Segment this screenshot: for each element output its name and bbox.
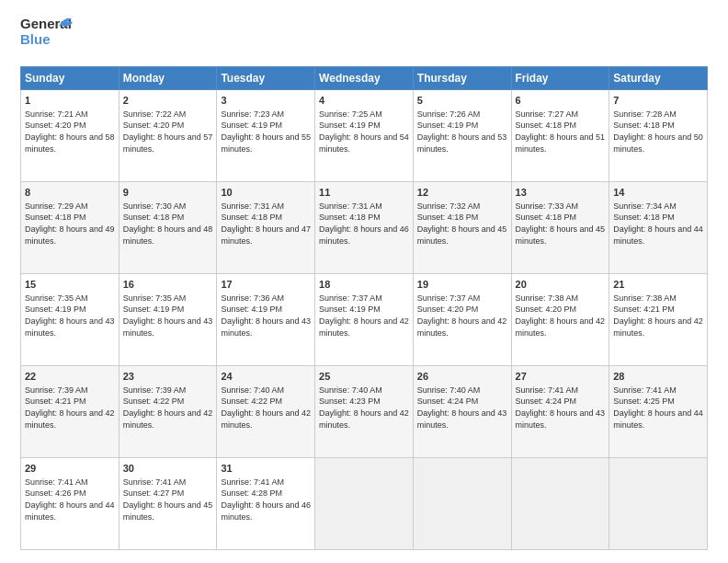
day-number: 11 (319, 186, 409, 200)
day-info: Sunrise: 7:36 AMSunset: 4:19 PMDaylight:… (221, 293, 311, 339)
calendar-cell (511, 458, 609, 550)
calendar-cell (315, 458, 414, 550)
day-info: Sunrise: 7:25 AMSunset: 4:19 PMDaylight:… (319, 109, 409, 155)
day-number: 1 (25, 94, 115, 108)
day-number: 21 (613, 278, 703, 292)
day-number: 3 (221, 94, 311, 108)
day-info: Sunrise: 7:22 AMSunset: 4:20 PMDaylight:… (123, 109, 213, 155)
calendar-cell: 13Sunrise: 7:33 AMSunset: 4:18 PMDayligh… (511, 182, 609, 274)
calendar-cell: 19Sunrise: 7:37 AMSunset: 4:20 PMDayligh… (413, 274, 511, 366)
day-number: 8 (25, 186, 115, 200)
calendar-cell: 18Sunrise: 7:37 AMSunset: 4:19 PMDayligh… (315, 274, 414, 366)
day-info: Sunrise: 7:40 AMSunset: 4:23 PMDaylight:… (319, 385, 409, 431)
day-info: Sunrise: 7:27 AMSunset: 4:18 PMDaylight:… (516, 109, 606, 155)
calendar-cell: 26Sunrise: 7:40 AMSunset: 4:24 PMDayligh… (413, 366, 511, 458)
calendar-cell: 12Sunrise: 7:32 AMSunset: 4:18 PMDayligh… (413, 182, 511, 274)
calendar-cell: 20Sunrise: 7:38 AMSunset: 4:20 PMDayligh… (511, 274, 609, 366)
weekday-header-saturday: Saturday (609, 67, 708, 90)
day-number: 5 (417, 94, 507, 108)
page: General Blue SundayMondayTuesdayWednesda… (0, 0, 728, 563)
calendar-cell (413, 458, 511, 550)
day-number: 28 (613, 370, 703, 384)
calendar-cell (609, 458, 708, 550)
calendar-cell: 25Sunrise: 7:40 AMSunset: 4:23 PMDayligh… (315, 366, 414, 458)
day-number: 4 (319, 94, 409, 108)
day-info: Sunrise: 7:41 AMSunset: 4:26 PMDaylight:… (25, 477, 115, 523)
day-number: 16 (123, 278, 213, 292)
calendar-cell: 4Sunrise: 7:25 AMSunset: 4:19 PMDaylight… (315, 90, 414, 182)
calendar-cell: 11Sunrise: 7:31 AMSunset: 4:18 PMDayligh… (315, 182, 414, 274)
day-info: Sunrise: 7:38 AMSunset: 4:21 PMDaylight:… (613, 293, 703, 339)
day-number: 20 (516, 278, 606, 292)
calendar-cell: 28Sunrise: 7:41 AMSunset: 4:25 PMDayligh… (609, 366, 708, 458)
day-info: Sunrise: 7:35 AMSunset: 4:19 PMDaylight:… (25, 293, 115, 339)
day-number: 18 (319, 278, 409, 292)
weekday-header-thursday: Thursday (413, 67, 511, 90)
day-info: Sunrise: 7:39 AMSunset: 4:22 PMDaylight:… (123, 385, 213, 431)
calendar-cell: 5Sunrise: 7:26 AMSunset: 4:19 PMDaylight… (413, 90, 511, 182)
day-number: 19 (417, 278, 507, 292)
calendar-cell: 22Sunrise: 7:39 AMSunset: 4:21 PMDayligh… (21, 366, 119, 458)
calendar-cell: 27Sunrise: 7:41 AMSunset: 4:24 PMDayligh… (511, 366, 609, 458)
day-number: 2 (123, 94, 213, 108)
day-number: 29 (25, 462, 115, 476)
day-number: 7 (613, 94, 703, 108)
day-info: Sunrise: 7:26 AMSunset: 4:19 PMDaylight:… (417, 109, 507, 155)
calendar-cell: 1Sunrise: 7:21 AMSunset: 4:20 PMDaylight… (21, 90, 119, 182)
day-number: 27 (516, 370, 606, 384)
day-number: 9 (123, 186, 213, 200)
calendar-cell: 17Sunrise: 7:36 AMSunset: 4:19 PMDayligh… (217, 274, 315, 366)
day-info: Sunrise: 7:28 AMSunset: 4:18 PMDaylight:… (613, 109, 703, 155)
day-number: 30 (123, 462, 213, 476)
day-info: Sunrise: 7:33 AMSunset: 4:18 PMDaylight:… (516, 201, 606, 247)
day-info: Sunrise: 7:32 AMSunset: 4:18 PMDaylight:… (417, 201, 507, 247)
calendar-cell: 31Sunrise: 7:41 AMSunset: 4:28 PMDayligh… (217, 458, 315, 550)
day-info: Sunrise: 7:39 AMSunset: 4:21 PMDaylight:… (25, 385, 115, 431)
calendar-table: SundayMondayTuesdayWednesdayThursdayFrid… (20, 66, 708, 550)
day-number: 25 (319, 370, 409, 384)
day-info: Sunrise: 7:35 AMSunset: 4:19 PMDaylight:… (123, 293, 213, 339)
day-number: 31 (221, 462, 311, 476)
calendar-cell: 30Sunrise: 7:41 AMSunset: 4:27 PMDayligh… (119, 458, 217, 550)
day-number: 26 (417, 370, 507, 384)
day-number: 14 (613, 186, 703, 200)
header: General Blue (20, 17, 708, 59)
day-number: 15 (25, 278, 115, 292)
calendar-cell: 14Sunrise: 7:34 AMSunset: 4:18 PMDayligh… (609, 182, 708, 274)
day-number: 17 (221, 278, 311, 292)
day-number: 23 (123, 370, 213, 384)
day-info: Sunrise: 7:29 AMSunset: 4:18 PMDaylight:… (25, 201, 115, 247)
day-info: Sunrise: 7:41 AMSunset: 4:24 PMDaylight:… (516, 385, 606, 431)
day-number: 13 (516, 186, 606, 200)
calendar-cell: 24Sunrise: 7:40 AMSunset: 4:22 PMDayligh… (217, 366, 315, 458)
day-number: 22 (25, 370, 115, 384)
day-info: Sunrise: 7:41 AMSunset: 4:25 PMDaylight:… (613, 385, 703, 431)
calendar-cell: 8Sunrise: 7:29 AMSunset: 4:18 PMDaylight… (21, 182, 119, 274)
weekday-header-tuesday: Tuesday (217, 67, 315, 90)
weekday-header-monday: Monday (119, 67, 217, 90)
day-info: Sunrise: 7:21 AMSunset: 4:20 PMDaylight:… (25, 109, 115, 155)
bird-icon (50, 15, 75, 35)
calendar-cell: 10Sunrise: 7:31 AMSunset: 4:18 PMDayligh… (217, 182, 315, 274)
calendar-cell: 6Sunrise: 7:27 AMSunset: 4:18 PMDaylight… (511, 90, 609, 182)
calendar-cell: 7Sunrise: 7:28 AMSunset: 4:18 PMDaylight… (609, 90, 708, 182)
calendar-cell: 3Sunrise: 7:23 AMSunset: 4:19 PMDaylight… (217, 90, 315, 182)
calendar-cell: 2Sunrise: 7:22 AMSunset: 4:20 PMDaylight… (119, 90, 217, 182)
day-info: Sunrise: 7:38 AMSunset: 4:20 PMDaylight:… (516, 293, 606, 339)
weekday-header-wednesday: Wednesday (315, 67, 414, 90)
day-info: Sunrise: 7:37 AMSunset: 4:20 PMDaylight:… (417, 293, 507, 339)
calendar-cell: 15Sunrise: 7:35 AMSunset: 4:19 PMDayligh… (21, 274, 119, 366)
day-info: Sunrise: 7:41 AMSunset: 4:27 PMDaylight:… (123, 477, 213, 523)
day-info: Sunrise: 7:37 AMSunset: 4:19 PMDaylight:… (319, 293, 409, 339)
day-info: Sunrise: 7:30 AMSunset: 4:18 PMDaylight:… (123, 201, 213, 247)
day-info: Sunrise: 7:23 AMSunset: 4:19 PMDaylight:… (221, 109, 311, 155)
day-number: 24 (221, 370, 311, 384)
calendar-cell: 9Sunrise: 7:30 AMSunset: 4:18 PMDaylight… (119, 182, 217, 274)
day-info: Sunrise: 7:41 AMSunset: 4:28 PMDaylight:… (221, 477, 311, 523)
day-number: 6 (516, 94, 606, 108)
logo: General Blue (20, 17, 68, 59)
day-number: 12 (417, 186, 507, 200)
calendar-cell: 29Sunrise: 7:41 AMSunset: 4:26 PMDayligh… (21, 458, 119, 550)
day-info: Sunrise: 7:34 AMSunset: 4:18 PMDaylight:… (613, 201, 703, 247)
weekday-header-sunday: Sunday (21, 67, 119, 90)
